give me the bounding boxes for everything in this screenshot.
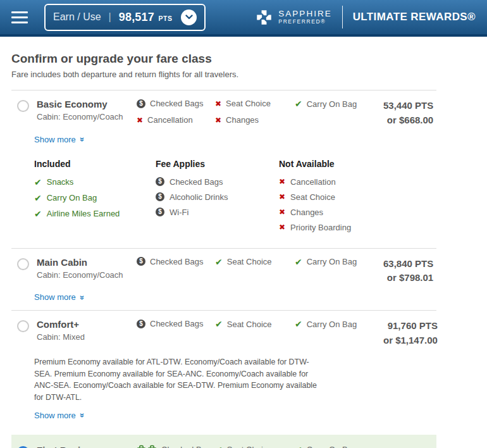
earn-use-label: Earn / Use	[53, 11, 101, 23]
dollar-fee-icon: $	[156, 177, 164, 186]
feature-item: ✔Seat Choice	[215, 319, 295, 329]
details-item: $Wi-Fi	[156, 208, 279, 217]
fare-cash: or $1,147.00	[383, 333, 438, 348]
cross-icon: ✖	[279, 177, 285, 186]
page-header: Confirm or upgrade your fare class Fare …	[11, 37, 436, 90]
feature-label: Carry On Bag	[307, 320, 357, 329]
fare-cash: or $668.00	[383, 113, 433, 128]
feature-item: ✖Changes	[215, 115, 295, 125]
fare-features: $Checked Bags✔Seat Choice✔Carry On Bag	[137, 257, 383, 267]
feature-label: Carry On Bag	[307, 445, 357, 448]
feature-label: Seat Choice	[227, 320, 272, 329]
check-icon: ✔	[215, 257, 223, 267]
fare-cabin: Cabin: Mixed	[37, 332, 137, 342]
fare-info: Main CabinCabin: Economy/Coach	[37, 257, 137, 280]
fare-name: Main Cabin	[37, 257, 137, 268]
check-icon: ✔	[34, 193, 42, 203]
card-brand: SAPPHIRE PREFERRED®	[278, 9, 331, 25]
feature-label: Cancellation	[147, 115, 193, 125]
feature-label: Checked Bags	[150, 257, 204, 266]
feature-label: Changes	[226, 115, 259, 125]
fare-radio[interactable]	[17, 100, 29, 112]
cross-icon: ✖	[137, 116, 143, 125]
show-more-link[interactable]: Show more«	[34, 134, 83, 144]
chevron-down-icon[interactable]	[181, 9, 197, 25]
fare-name: Comfort+	[37, 319, 137, 330]
details-item: ✔Carry On Bag	[34, 193, 156, 203]
cross-icon: ✖	[279, 208, 285, 216]
details-column: Not Available✖Cancellation✖Seat Choice✖C…	[279, 159, 351, 238]
details-item: ✖Changes	[279, 208, 351, 217]
check-icon: ✔	[34, 209, 42, 219]
fare-details: Included✔Snacks✔Carry On Bag✔Airline Mil…	[34, 159, 431, 238]
feature-label: Checked Bags	[150, 99, 204, 108]
show-more-link[interactable]: Show more«	[34, 292, 83, 302]
show-more-label: Show more	[34, 135, 76, 144]
points-balance: 98,517	[119, 11, 154, 23]
dollar-fee-icon: $	[137, 99, 145, 108]
details-item: ✖Seat Choice	[279, 192, 351, 202]
feature-item: ✔Seat Choice	[215, 257, 295, 267]
fare-points: 91,760 PTS	[383, 319, 438, 333]
details-item: $Alcoholic Drinks	[156, 192, 279, 202]
details-item-label: Carry On Bag	[47, 193, 97, 202]
header-divider	[342, 6, 343, 28]
fare-radio[interactable]	[17, 320, 29, 332]
double-chevron-down-icon: «	[77, 295, 86, 299]
fare-cabin: Cabin: Economy/Coach	[37, 270, 137, 280]
feature-item: ✔Carry On Bag	[295, 99, 383, 109]
feature-item: $Checked Bags	[137, 257, 215, 266]
details-column: Fee Applies$Checked Bags$Alcoholic Drink…	[156, 159, 279, 238]
fare-points: 63,840 PTS	[383, 257, 433, 271]
points-dropdown[interactable]: Earn / Use | 98,517 PTS	[44, 4, 206, 31]
show-more-label: Show more	[34, 292, 76, 302]
fare-summary: Basic EconomyCabin: Economy/Coach$Checke…	[17, 99, 431, 127]
feature-column: ✖Seat Choice✖Changes	[215, 99, 295, 125]
fare-summary: First BusinessCabin: First ClassChecked …	[17, 445, 431, 448]
double-chevron-down-icon: «	[77, 413, 86, 418]
brand-tier: PREFERRED®	[278, 19, 331, 25]
feature-column: $Checked Bags	[137, 319, 215, 329]
top-navigation-bar: Earn / Use | 98,517 PTS SAPPHIRE PREFERR…	[0, 0, 487, 37]
feature-item: ✖Seat Choice	[215, 99, 295, 108]
fare-price: 158,480 PTSor $1,981.00	[383, 445, 439, 448]
program-title: ULTIMATE REWARDS®	[353, 11, 476, 23]
fare-row: Main CabinCabin: Economy/Coach$Checked B…	[11, 248, 436, 311]
cross-icon: ✖	[215, 99, 221, 108]
details-item: ✔Airline Miles Earned	[34, 209, 156, 219]
check-icon: ✔	[34, 177, 42, 187]
fare-radio[interactable]	[17, 258, 29, 270]
details-item-label: Checked Bags	[170, 177, 223, 187]
fare-price: 53,440 PTSor $668.00	[383, 99, 433, 127]
fare-name: First Business	[37, 445, 137, 448]
feature-label: Seat Choice	[227, 257, 272, 266]
page-title: Confirm or upgrade your fare class	[11, 52, 436, 66]
details-item-label: Airline Miles Earned	[47, 209, 120, 218]
fare-list: Basic EconomyCabin: Economy/Coach$Checke…	[11, 90, 436, 448]
feature-column: ✔Seat Choice	[215, 445, 295, 448]
show-more-label: Show more	[34, 411, 76, 420]
fare-info: Basic EconomyCabin: Economy/Coach	[37, 99, 137, 121]
feature-label: Carry On Bag	[307, 99, 357, 109]
dollar-fee-icon: $	[156, 192, 164, 201]
check-icon: ✔	[295, 445, 302, 448]
menu-icon[interactable]	[11, 11, 28, 23]
check-icon: ✔	[295, 257, 302, 267]
fare-summary: Main CabinCabin: Economy/Coach$Checked B…	[17, 257, 431, 285]
fare-points: 53,440 PTS	[383, 99, 433, 113]
details-item: $Checked Bags	[156, 177, 279, 187]
details-column-title: Included	[34, 159, 156, 169]
check-icon: ✔	[295, 99, 302, 109]
fare-cash: or $798.01	[383, 271, 433, 285]
details-column: Included✔Snacks✔Carry On Bag✔Airline Mil…	[34, 159, 156, 238]
feature-column: ✔Carry On Bag	[295, 445, 383, 448]
fare-row: First BusinessCabin: First ClassChecked …	[11, 435, 436, 448]
points-unit-label: PTS	[158, 15, 172, 22]
feature-item: $Checked Bags	[137, 319, 215, 328]
fare-features: $Checked Bags✔Seat Choice✔Carry On Bag	[137, 319, 383, 329]
fare-summary: Comfort+Cabin: Mixed$Checked Bags✔Seat C…	[17, 319, 431, 347]
feature-item: ✖Cancellation	[137, 115, 215, 125]
fare-name: Basic Economy	[37, 99, 137, 109]
show-more-link[interactable]: Show more«	[34, 410, 83, 420]
feature-column: ✔Seat Choice	[215, 257, 295, 267]
